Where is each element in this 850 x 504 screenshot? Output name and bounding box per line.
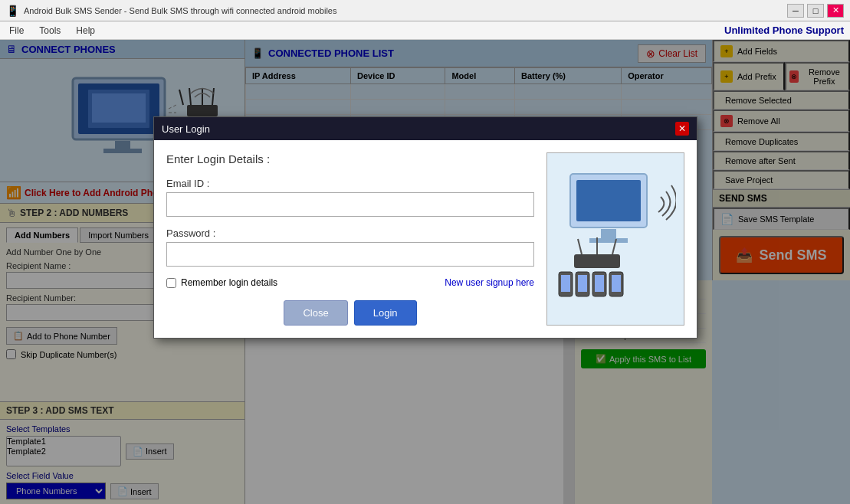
modal-titlebar: User Login ✕ (154, 117, 697, 140)
svg-rect-31 (561, 275, 570, 292)
close-modal-button[interactable]: Close (284, 300, 347, 326)
menu-help[interactable]: Help (73, 25, 98, 37)
svg-rect-23 (576, 180, 641, 221)
svg-rect-33 (578, 275, 587, 292)
email-label: Email ID : (166, 178, 534, 189)
password-input[interactable] (166, 242, 534, 267)
modal-illustration (546, 152, 684, 326)
menu-bar: File Tools Help Unlimited Phone Support (0, 21, 850, 40)
email-input[interactable] (166, 192, 534, 217)
svg-rect-25 (589, 238, 628, 243)
login-illustration-svg (555, 170, 676, 308)
modal-buttons: Close Login (166, 300, 534, 326)
menu-file[interactable]: File (6, 25, 27, 37)
remember-row: Remember login details New user signup h… (166, 277, 534, 288)
remember-label: Remember login details (181, 277, 277, 288)
svg-rect-26 (574, 254, 620, 268)
user-login-modal: User Login ✕ Enter Login Details : Email… (153, 116, 697, 339)
modal-close-x-button[interactable]: ✕ (675, 122, 689, 136)
login-button[interactable]: Login (354, 300, 417, 326)
minimize-button[interactable]: ─ (787, 4, 804, 18)
app-title: Android Bulk SMS Sender - Send Bulk SMS … (24, 6, 336, 15)
support-text: Unlimited Phone Support (724, 25, 844, 36)
password-label: Password : (166, 227, 534, 239)
modal-overlay: User Login ✕ Enter Login Details : Email… (0, 40, 850, 504)
svg-line-27 (578, 239, 582, 254)
login-header: Enter Login Details : (166, 152, 534, 165)
login-form: Enter Login Details : Email ID : Passwor… (166, 152, 534, 326)
remember-checkbox[interactable] (166, 278, 176, 288)
signup-link[interactable]: New user signup here (445, 277, 534, 288)
app-icon: 📱 (6, 5, 19, 17)
modal-body: Enter Login Details : Email ID : Passwor… (154, 140, 697, 338)
maximize-button[interactable]: □ (807, 4, 824, 18)
close-button[interactable]: ✕ (827, 4, 844, 18)
svg-rect-24 (601, 229, 616, 238)
svg-rect-35 (595, 275, 604, 292)
title-bar: 📱 Android Bulk SMS Sender - Send Bulk SM… (0, 0, 850, 21)
modal-title: User Login (162, 123, 210, 135)
menu-tools[interactable]: Tools (36, 25, 64, 37)
svg-rect-37 (612, 275, 621, 292)
